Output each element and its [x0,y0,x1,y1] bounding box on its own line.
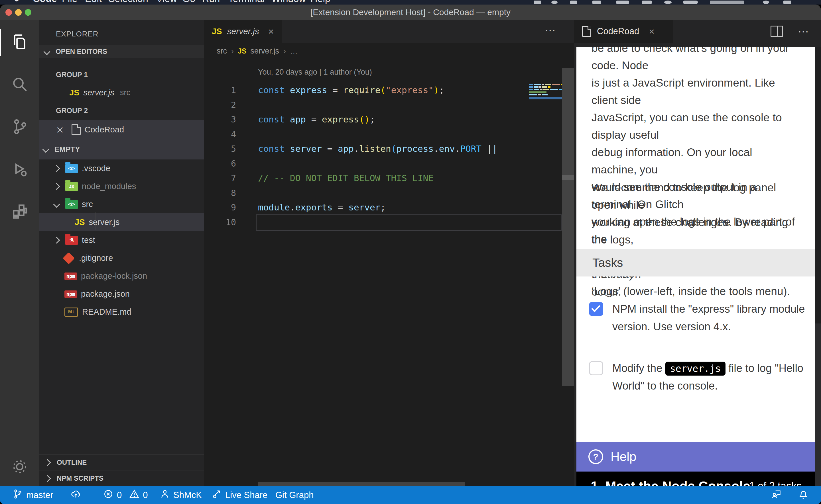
paragraph-line: We recommend to keep the log panel open … [591,179,798,214]
breadcrumb-more[interactable]: … [290,47,298,56]
task-checkbox-checked[interactable] [589,302,603,316]
menubar-status-icon[interactable] [616,1,629,4]
chevron-down-icon [43,48,50,55]
minimap[interactable] [529,68,562,102]
chevron-right-icon [53,237,60,243]
menubar-item-window[interactable]: Window [271,0,306,4]
menubar-item-code[interactable]: Code [33,0,57,4]
error-count: 0 [117,490,122,500]
problems-status[interactable]: 0 0 [103,486,148,504]
tree-item--vscode[interactable]: </>.vscode [39,159,204,177]
menubar-status-icon[interactable] [664,1,672,4]
folder-section-header[interactable]: EMPTY [39,139,204,159]
menubar-search-icon[interactable] [763,1,769,4]
file-icon [582,26,591,37]
menubar-status-icon[interactable] [551,1,557,4]
menubar-status-icon[interactable] [592,1,601,4]
open-editor-item-coderoad[interactable]: × CodeRoad [39,120,204,139]
tasks-heading: Tasks [592,256,623,270]
close-icon[interactable]: × [56,124,64,135]
tree-item-readme-md[interactable]: M↓README.md [39,303,204,321]
lesson-footer[interactable]: 1. Meet the Node Console 1 of 2 tasks [576,472,815,486]
tab-coderoad[interactable]: CodeRoad × [574,20,673,43]
close-icon[interactable]: × [268,26,274,37]
split-editor-icon[interactable] [771,26,783,37]
js-icon: JS [238,47,247,55]
scrollbar-thumb[interactable] [815,47,821,323]
task-progress: 1 of 2 tasks [749,480,802,486]
activity-extensions-button[interactable] [0,196,39,228]
tree-item-server-js[interactable]: JSserver.js [39,213,204,231]
apple-menu[interactable]: ● [14,0,20,4]
code-line: const server = app.listen(process.env.PO… [258,142,562,156]
notifications-button[interactable] [798,486,808,504]
tree-item-node-modules[interactable]: JSnode_modules [39,177,204,195]
tab-serverjs[interactable]: JS server.js × [204,20,282,43]
activity-source-control-button[interactable] [0,112,39,143]
menubar-control-center-icon[interactable] [783,1,791,4]
user-status[interactable]: ShMcK [160,486,202,504]
live-share-button[interactable]: Live Share [212,486,268,504]
menubar-status-icon[interactable] [570,1,577,4]
menubar-item-go[interactable]: Go [182,0,195,4]
breadcrumb[interactable]: src › JS server.js › … [217,46,298,56]
activity-explorer-button[interactable] [0,27,39,58]
minimap-line [529,94,548,95]
horizontal-scrollbar[interactable] [258,482,465,486]
task-text-line: NPM install the "express" library module [612,300,803,318]
code-line: module.exports = server; [258,200,562,215]
activity-search-button[interactable] [0,69,39,101]
open-editors-header[interactable]: OPEN EDITORS [39,45,204,58]
tree-item-package-json[interactable]: npmpackage.json [39,285,204,303]
tree-item-src[interactable]: </>src [39,195,204,213]
tree-item-test[interactable]: ⚗test [39,231,204,249]
menubar-item-edit[interactable]: Edit [85,0,102,4]
line-number: 2 [204,98,236,112]
line-number: 7 [204,171,236,186]
menubar-item-selection[interactable]: Selection [108,0,148,4]
settings-gear-button[interactable] [0,452,39,483]
tasks-section-header: Tasks [576,249,815,276]
git-graph-button[interactable]: Git Graph [275,486,314,504]
tree-item--gitignore[interactable]: .gitignore [39,249,204,267]
help-icon: ? [588,449,603,464]
line-number: 10 [204,215,236,230]
help-bar[interactable]: ? Help [576,442,815,472]
breadcrumb-folder[interactable]: src [217,47,227,56]
task-text-line: World" to the console. [612,377,803,395]
codelens-annotation[interactable]: You, 20 days ago | 1 author (You) [258,68,372,77]
task-checkbox-unchecked[interactable] [589,361,603,375]
menubar-item-run[interactable]: Run [202,0,220,4]
close-icon[interactable]: × [649,26,655,37]
activity-run-debug-button[interactable] [0,154,39,185]
breadcrumb-file[interactable]: server.js [251,47,279,56]
code-line [258,156,562,171]
vertical-scrollbar[interactable] [562,68,574,386]
feedback-button[interactable] [771,486,782,504]
menubar-item-view[interactable]: View [156,0,177,4]
panel-more-actions-button[interactable]: ⋯ [798,25,810,38]
menubar-battery-icon [683,1,698,4]
open-editor-item-serverjs[interactable]: JS server.js src [39,84,204,102]
code-line [258,186,562,200]
person-icon [160,489,170,501]
test-folder-icon: ⚗ [65,236,78,245]
menubar-status-icon[interactable] [534,1,541,4]
webview-scrollbar[interactable] [815,47,821,486]
scrollbar-thumb[interactable] [562,175,574,180]
menubar-item-file[interactable]: File [62,0,77,4]
menubar-status-icon[interactable] [642,1,652,4]
menubar-item-help[interactable]: Help [311,0,330,4]
line-number: 6 [204,156,236,171]
menubar-item-terminal[interactable]: Terminal [228,0,265,4]
npm-scripts-section-header[interactable]: NPM SCRIPTS [39,470,204,486]
code-content[interactable]: const express = require("express"); cons… [258,83,562,230]
npm-icon: npm [64,290,77,298]
git-branch-status[interactable]: master [13,486,53,504]
sync-changes-button[interactable] [71,486,81,504]
code-line [258,98,562,112]
outline-section-header[interactable]: OUTLINE [39,454,204,470]
editor-actions-more-button[interactable]: ⋯ [545,24,556,36]
tree-item-package-lock-json[interactable]: npmpackage-lock.json [39,267,204,285]
title-bar[interactable]: [Extension Development Host] - CodeRoad … [0,5,821,20]
